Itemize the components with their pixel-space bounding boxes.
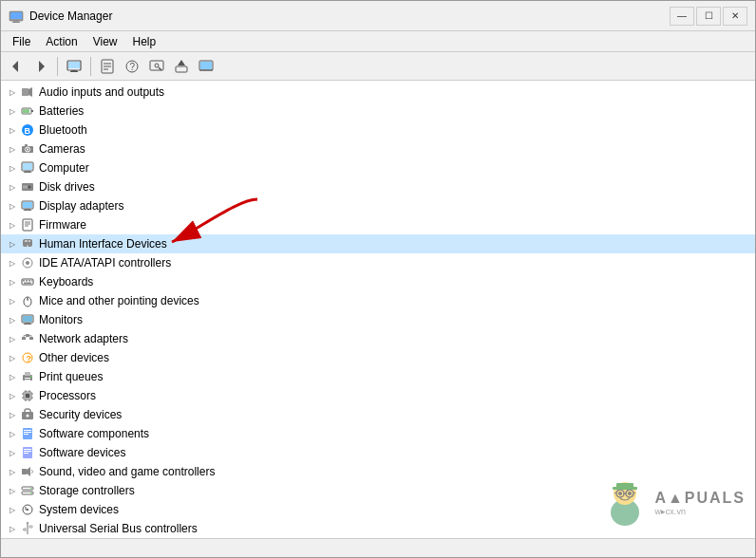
svg-rect-100: [24, 434, 28, 435]
label-softwarecomp: Software components: [39, 427, 149, 440]
svg-rect-69: [22, 337, 26, 340]
forward-button[interactable]: [29, 55, 52, 78]
expand-ide[interactable]: ▷: [5, 255, 20, 270]
expand-system[interactable]: ▷: [5, 502, 20, 517]
maximize-button[interactable]: ☐: [696, 7, 721, 26]
expand-other[interactable]: ▷: [5, 350, 20, 365]
icon-mice: [20, 293, 35, 308]
tree-item-displayadapters[interactable]: ▷ Display adapters: [1, 196, 755, 215]
tree-item-monitors[interactable]: ▷ Monitors: [1, 310, 755, 329]
svg-point-109: [30, 488, 32, 490]
tree-item-firmware[interactable]: ▷ Firmware: [1, 215, 755, 234]
tree-item-softwared[interactable]: ▷ Software devices: [1, 443, 755, 462]
svg-rect-80: [25, 378, 30, 379]
tree-item-audio[interactable]: ▷ Audio inputs and outputs: [1, 83, 755, 102]
expand-hid[interactable]: ▷: [5, 236, 20, 251]
expand-cameras[interactable]: ▷: [5, 141, 20, 157]
label-ide: IDE ATA/ATAPI controllers: [39, 256, 171, 270]
monitor-button[interactable]: [195, 55, 217, 78]
tree-item-print[interactable]: ▷ Print queues: [1, 367, 755, 386]
tree-item-usb[interactable]: ▷ Universal Serial Bus controllers: [1, 519, 755, 538]
expand-security[interactable]: ▷: [5, 407, 20, 422]
tree-item-network[interactable]: ▷ Network adapters: [1, 329, 755, 348]
tree-item-bluetooth[interactable]: ▷ B Bluetooth: [1, 121, 755, 140]
expand-audio[interactable]: ▷: [5, 84, 20, 100]
tree-item-batteries[interactable]: ▷ Batteries: [1, 102, 755, 121]
main-content: ▷ Audio inputs and outputs ▷: [1, 81, 755, 538]
tree-item-softwarecomp[interactable]: ▷ Software components: [1, 424, 755, 443]
menu-help[interactable]: Help: [125, 33, 164, 50]
expand-batteries[interactable]: ▷: [5, 103, 20, 119]
svg-point-33: [27, 149, 28, 151]
tree-item-sound[interactable]: ▷ Sound, video and game controllers: [1, 462, 755, 481]
tree-item-cameras[interactable]: ▷ Cameras: [1, 140, 755, 158]
properties-button[interactable]: [96, 55, 119, 78]
label-security: Security devices: [39, 408, 122, 421]
svg-text:B: B: [25, 126, 31, 136]
expand-displayadapters[interactable]: ▷: [5, 198, 20, 214]
expand-bluetooth[interactable]: ▷: [5, 122, 20, 138]
icon-other: ?: [20, 350, 35, 365]
help-button[interactable]: ?: [121, 55, 143, 78]
tree-item-processors[interactable]: ▷ Process: [1, 386, 755, 405]
update-driver-button[interactable]: [170, 55, 193, 78]
expand-mice[interactable]: ▷: [5, 293, 20, 308]
svg-point-110: [30, 493, 32, 494]
expand-keyboards[interactable]: ▷: [5, 274, 20, 289]
expand-diskdrives[interactable]: ▷: [5, 179, 20, 195]
back-button[interactable]: [5, 55, 28, 78]
label-processors: Processors: [39, 389, 96, 402]
label-hid: Human Interface Devices: [39, 237, 167, 251]
label-network: Network adapters: [39, 332, 128, 345]
svg-rect-103: [24, 451, 31, 452]
icon-network: [20, 331, 35, 346]
svg-marker-4: [12, 61, 18, 72]
menu-file[interactable]: File: [5, 33, 38, 50]
tree-item-diskdrives[interactable]: ▷ Disk drives: [1, 177, 755, 196]
icon-processors: [20, 388, 35, 403]
svg-rect-9: [70, 71, 78, 72]
expand-storage[interactable]: ▷: [5, 483, 20, 498]
tree-item-ide[interactable]: ▷ IDE ATA/ATAPI controllers: [1, 253, 755, 272]
svg-marker-115: [23, 529, 26, 531]
svg-rect-37: [25, 171, 30, 172]
svg-rect-1: [10, 12, 22, 19]
tree-item-hid[interactable]: ▷ Human Interface Devices: [1, 234, 755, 253]
label-keyboards: Keyboards: [39, 275, 93, 288]
svg-rect-99: [24, 432, 31, 433]
expand-usb[interactable]: ▷: [5, 521, 20, 536]
tree-item-storage[interactable]: ▷ Storage controllers: [1, 481, 755, 500]
tree-item-keyboards[interactable]: ▷ Keyboards: [1, 272, 755, 291]
device-manager-button[interactable]: [63, 55, 85, 78]
svg-rect-59: [28, 280, 30, 282]
toolbar-sep-2: [90, 57, 91, 76]
expand-monitors[interactable]: ▷: [5, 312, 20, 327]
expand-computer[interactable]: ▷: [5, 160, 20, 176]
close-button[interactable]: ✕: [723, 7, 747, 26]
tree-item-system[interactable]: ▷ System devices: [1, 500, 755, 519]
svg-point-53: [27, 245, 28, 247]
svg-point-55: [26, 261, 29, 265]
minimize-button[interactable]: —: [670, 7, 694, 26]
expand-sound[interactable]: ▷: [5, 464, 20, 479]
tree-item-mice[interactable]: ▷ Mice and other pointing devices: [1, 291, 755, 310]
expand-network[interactable]: ▷: [5, 331, 20, 346]
menu-view[interactable]: View: [85, 33, 125, 50]
svg-rect-51: [25, 240, 28, 242]
icon-firmware: [20, 217, 35, 232]
expand-softwared[interactable]: ▷: [5, 445, 20, 460]
expand-firmware[interactable]: ▷: [5, 217, 20, 232]
expand-print[interactable]: ▷: [5, 369, 20, 384]
tree-item-computer[interactable]: ▷ Computer: [1, 158, 755, 177]
tree-item-security[interactable]: ▷ Security devices: [1, 405, 755, 424]
icon-computer: [20, 160, 35, 176]
tree-item-other[interactable]: ▷ ? Other devices: [1, 348, 755, 367]
device-tree[interactable]: ▷ Audio inputs and outputs ▷: [1, 81, 755, 538]
menu-action[interactable]: Action: [38, 33, 85, 50]
svg-rect-46: [23, 219, 32, 231]
icon-sound: [20, 464, 35, 479]
svg-rect-16: [150, 61, 163, 70]
expand-softwarecomp[interactable]: ▷: [5, 426, 20, 441]
scan-button[interactable]: [145, 55, 168, 78]
expand-processors[interactable]: ▷: [5, 388, 20, 403]
